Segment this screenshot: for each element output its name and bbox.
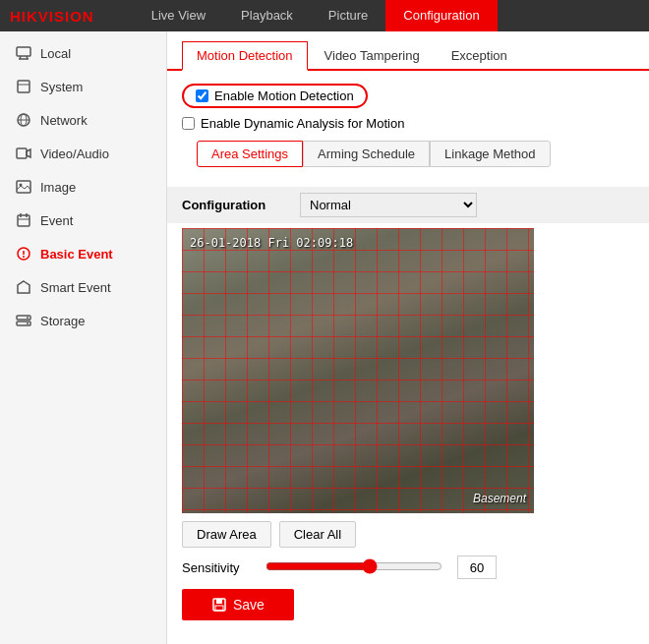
subtab-linkage-method[interactable]: Linkage Method <box>430 141 551 167</box>
config-row: Configuration Normal Expert <box>167 187 649 223</box>
sensitivity-value: 60 <box>457 556 497 579</box>
event-icon <box>15 211 32 229</box>
sidebar-label-system: System <box>40 80 83 94</box>
svg-rect-25 <box>216 599 222 604</box>
sidebar: Local System Network Video/Audio Image <box>0 31 167 644</box>
save-button[interactable]: Save <box>182 589 294 620</box>
svg-rect-9 <box>17 148 27 158</box>
system-icon <box>15 78 32 95</box>
subtab-arming-schedule[interactable]: Arming Schedule <box>303 141 430 167</box>
main-layout: Local System Network Video/Audio Image <box>0 31 649 644</box>
form-section: Enable Motion Detection Enable Dynamic A… <box>167 71 649 182</box>
logo: HIKVISION <box>10 8 94 25</box>
sidebar-label-storage: Storage <box>40 314 86 328</box>
nav-items: Live View Playback Picture Configuration <box>134 0 649 31</box>
enable-dynamic-row: Enable Dynamic Analysis for Motion <box>182 116 634 131</box>
camera-view: 26-01-2018 Fri 02:09:18 Basement <box>182 228 534 513</box>
svg-rect-4 <box>18 81 30 92</box>
sensitivity-slider-container <box>266 558 442 577</box>
sidebar-item-image[interactable]: Image <box>0 170 166 204</box>
svg-point-22 <box>27 317 29 319</box>
sub-tabs: Area Settings Arming Schedule Linkage Me… <box>197 141 620 167</box>
enable-dynamic-checkbox[interactable] <box>182 117 195 130</box>
tab-video-tampering[interactable]: Video Tampering <box>310 41 435 71</box>
tab-exception[interactable]: Exception <box>437 41 522 71</box>
clear-all-button[interactable]: Clear All <box>279 521 356 548</box>
sidebar-label-smart-event: Smart Event <box>40 280 111 295</box>
tab-bar: Motion Detection Video Tampering Excepti… <box>167 31 649 71</box>
sidebar-label-video-audio: Video/Audio <box>40 146 109 161</box>
svg-point-23 <box>27 322 29 324</box>
svg-marker-10 <box>27 149 30 157</box>
camera-timestamp: 26-01-2018 Fri 02:09:18 <box>190 236 353 250</box>
nav-live-view[interactable]: Live View <box>134 0 223 31</box>
save-row: Save <box>182 589 634 620</box>
enable-dynamic-label: Enable Dynamic Analysis for Motion <box>201 116 404 131</box>
top-navigation: HIKVISION Live View Playback Picture Con… <box>0 0 649 31</box>
video-icon <box>15 145 32 162</box>
content-area: Motion Detection Video Tampering Excepti… <box>167 31 649 644</box>
sidebar-item-network[interactable]: Network <box>0 103 166 137</box>
save-label: Save <box>233 597 265 613</box>
nav-picture[interactable]: Picture <box>311 0 385 31</box>
sidebar-item-smart-event[interactable]: Smart Event <box>0 270 166 304</box>
enable-motion-checkbox[interactable] <box>196 89 208 102</box>
sidebar-item-local[interactable]: Local <box>0 36 166 70</box>
sidebar-label-basic-event: Basic Event <box>40 247 113 262</box>
sensitivity-label: Sensitivity <box>182 560 251 575</box>
smart-event-icon <box>15 278 32 296</box>
sidebar-item-storage[interactable]: Storage <box>0 304 166 337</box>
sidebar-item-video-audio[interactable]: Video/Audio <box>0 137 166 170</box>
svg-point-19 <box>23 256 25 258</box>
camera-location-label: Basement <box>473 492 526 505</box>
monitor-icon <box>15 44 32 62</box>
sidebar-item-system[interactable]: System <box>0 70 166 103</box>
subtab-area-settings[interactable]: Area Settings <box>197 141 303 167</box>
sensitivity-row: Sensitivity 60 <box>182 556 634 579</box>
tab-motion-detection[interactable]: Motion Detection <box>182 41 308 71</box>
sidebar-label-network: Network <box>40 113 88 128</box>
network-icon <box>15 111 32 129</box>
nav-playback[interactable]: Playback <box>223 0 311 31</box>
sidebar-label-event: Event <box>40 213 73 228</box>
sidebar-label-local: Local <box>40 46 71 61</box>
svg-rect-13 <box>18 215 30 226</box>
config-label: Configuration <box>182 198 300 212</box>
sidebar-item-basic-event[interactable]: Basic Event <box>0 237 166 270</box>
enable-motion-label: Enable Motion Detection <box>214 88 354 103</box>
motion-grid-overlay <box>182 228 534 513</box>
sidebar-item-event[interactable]: Event <box>0 204 166 237</box>
enable-motion-row: Enable Motion Detection <box>182 84 634 108</box>
storage-icon <box>15 312 32 329</box>
basic-event-icon <box>15 245 32 263</box>
button-row: Draw Area Clear All <box>182 521 634 548</box>
sensitivity-slider[interactable] <box>266 558 442 574</box>
image-icon <box>15 178 32 196</box>
nav-configuration[interactable]: Configuration <box>385 0 497 31</box>
sidebar-label-image: Image <box>40 180 76 195</box>
config-select[interactable]: Normal Expert <box>300 193 477 217</box>
enable-motion-box: Enable Motion Detection <box>182 84 368 108</box>
draw-area-button[interactable]: Draw Area <box>182 521 271 548</box>
svg-rect-0 <box>17 47 30 56</box>
save-icon <box>211 597 227 613</box>
